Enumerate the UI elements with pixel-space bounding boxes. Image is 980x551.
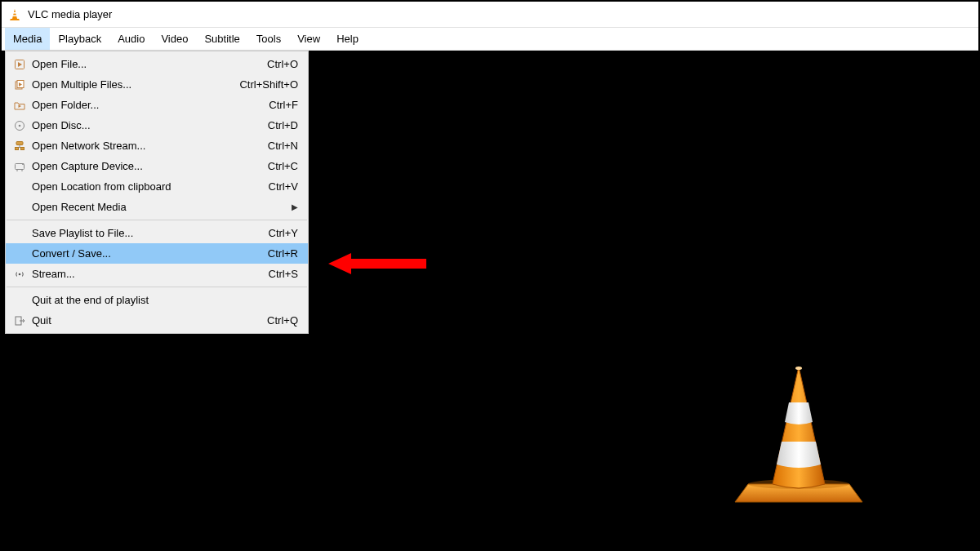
menu-item-shortcut: Ctrl+V (269, 180, 301, 193)
menu-item-shortcut: Ctrl+D (268, 119, 301, 131)
svg-point-26 (795, 367, 802, 370)
menu-item-shortcut: Ctrl+O (267, 58, 301, 70)
disc-icon (11, 120, 29, 131)
svg-marker-3 (10, 19, 20, 20)
vlc-cone-icon (8, 8, 21, 21)
menu-item-open-network-stream[interactable]: Open Network Stream... Ctrl+N (6, 136, 308, 156)
menu-item-quit-end-playlist[interactable]: Quit at the end of playlist (6, 290, 308, 310)
title-bar: VLC media player (2, 2, 978, 28)
menu-item-label: Open Capture Device... (29, 160, 268, 172)
menu-item-open-disc[interactable]: Open Disc... Ctrl+D (6, 115, 308, 136)
menu-item-label: Open Disc... (29, 119, 268, 131)
annotation-arrow (328, 251, 426, 276)
svg-marker-9 (19, 104, 22, 108)
svg-marker-23 (328, 253, 426, 274)
menu-separator (7, 220, 307, 220)
network-icon (11, 140, 29, 152)
svg-rect-12 (16, 141, 23, 144)
menu-subtitle[interactable]: Subtitle (196, 28, 247, 50)
svg-point-11 (19, 124, 21, 127)
menu-item-label: Open File... (29, 58, 267, 70)
menu-item-stream[interactable]: Stream... Ctrl+S (6, 264, 308, 284)
submenu-arrow-icon: ▶ (292, 202, 301, 211)
menu-item-label: Stream... (29, 268, 269, 280)
menu-item-shortcut: Ctrl+F (269, 99, 301, 111)
menu-bar: Media Playback Audio Video Subtitle Tool… (2, 28, 978, 51)
menu-item-shortcut: Ctrl+C (268, 160, 301, 172)
menu-item-open-multiple-files[interactable]: Open Multiple Files... Ctrl+Shift+O (6, 74, 308, 95)
folder-play-icon (11, 100, 29, 111)
menu-item-open-recent-media[interactable]: Open Recent Media ▶ (6, 197, 308, 217)
svg-point-18 (22, 163, 24, 165)
menu-item-label: Save Playlist to File... (29, 227, 269, 239)
menu-item-label: Open Folder... (29, 99, 269, 111)
menu-video[interactable]: Video (153, 28, 196, 50)
menu-item-save-playlist[interactable]: Save Playlist to File... Ctrl+Y (6, 223, 308, 243)
menu-item-open-location-clipboard[interactable]: Open Location from clipboard Ctrl+V (6, 176, 308, 197)
files-icon (11, 79, 29, 91)
menu-item-label: Quit (29, 314, 267, 327)
capture-icon (11, 161, 29, 172)
svg-rect-2 (12, 15, 16, 16)
media-dropdown: Open File... Ctrl+O Open Multiple Files.… (5, 51, 309, 334)
menu-item-label: Open Recent Media (29, 201, 292, 213)
menu-separator (7, 287, 307, 287)
menu-tools[interactable]: Tools (248, 28, 289, 50)
stream-icon (11, 269, 29, 280)
svg-marker-5 (18, 62, 22, 67)
menu-item-shortcut: Ctrl+N (268, 140, 301, 152)
svg-marker-0 (12, 9, 17, 19)
menu-item-label: Quit at the end of playlist (29, 294, 298, 306)
menu-item-shortcut: Ctrl+S (269, 268, 301, 280)
menu-item-shortcut: Ctrl+Shift+O (239, 78, 301, 91)
menu-item-label: Convert / Save... (29, 247, 268, 260)
menu-item-shortcut: Ctrl+Q (267, 314, 301, 327)
menu-item-open-file[interactable]: Open File... Ctrl+O (6, 54, 308, 74)
window-title: VLC media player (28, 8, 112, 20)
menu-item-label: Open Network Stream... (29, 140, 268, 152)
svg-rect-15 (16, 147, 19, 149)
quit-icon (11, 315, 29, 327)
file-play-icon (11, 59, 29, 70)
menu-audio[interactable]: Audio (109, 28, 153, 50)
menu-help[interactable]: Help (328, 28, 367, 50)
menu-item-label: Open Multiple Files... (29, 78, 239, 91)
menu-item-convert-save[interactable]: Convert / Save... Ctrl+R (6, 243, 308, 264)
menu-playback[interactable]: Playback (50, 28, 109, 50)
menu-item-shortcut: Ctrl+R (268, 247, 301, 260)
menu-view[interactable]: View (289, 28, 328, 50)
svg-rect-16 (21, 147, 24, 149)
vlc-logo-cone (733, 362, 864, 509)
menu-media[interactable]: Media (5, 28, 50, 50)
menu-item-open-folder[interactable]: Open Folder... Ctrl+F (6, 95, 308, 115)
menu-item-open-capture-device[interactable]: Open Capture Device... Ctrl+C (6, 156, 308, 176)
svg-rect-1 (13, 12, 16, 14)
svg-point-21 (19, 273, 21, 275)
menu-item-label: Open Location from clipboard (29, 180, 269, 193)
menu-item-shortcut: Ctrl+Y (269, 227, 301, 239)
menu-item-quit[interactable]: Quit Ctrl+Q (6, 310, 308, 331)
